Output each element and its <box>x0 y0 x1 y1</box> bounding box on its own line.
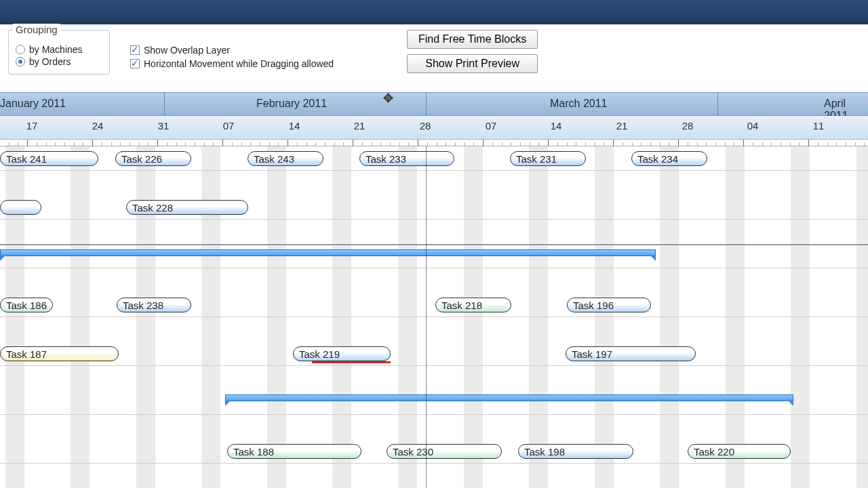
timeline-tick-row <box>0 140 868 146</box>
task-bar[interactable]: Task 243 <box>248 151 323 166</box>
radio-label: by Machines <box>29 44 83 55</box>
day-label: 21 <box>354 120 366 131</box>
title-bar <box>0 0 868 24</box>
day-label: 28 <box>420 120 431 131</box>
tick <box>613 140 614 146</box>
day-label: 28 <box>682 120 694 131</box>
day-label: 21 <box>616 120 628 131</box>
month-label: March 2011 <box>550 98 608 110</box>
day-label: 14 <box>551 120 562 131</box>
tick <box>548 140 549 146</box>
radio-by-machines[interactable]: by Machines <box>16 44 102 55</box>
timeline-day-row[interactable]: 17243107142128071421280411 <box>0 116 868 140</box>
find-free-time-button[interactable]: Find Free Time Blocks <box>407 30 538 49</box>
checkbox-show-overlap[interactable]: Show Overlap Layer <box>130 45 334 56</box>
task-bar[interactable]: Task 234 <box>631 151 707 166</box>
radio-by-orders[interactable]: by Orders <box>16 56 102 67</box>
task-bar[interactable]: Task 197 <box>566 346 696 361</box>
task-bar[interactable]: Task 228 <box>126 200 248 215</box>
conflict-marker <box>312 361 391 363</box>
task-bar[interactable] <box>0 200 41 215</box>
tick <box>222 140 223 146</box>
task-bar[interactable]: Task 226 <box>115 151 191 166</box>
task-bar[interactable]: Task 233 <box>359 151 454 166</box>
day-label: 11 <box>813 120 825 131</box>
grouping-group: Grouping by Machines by Orders <box>8 30 110 75</box>
move-cursor-icon: ✥ <box>383 91 393 106</box>
lane: Task 228 <box>0 195 868 220</box>
month-label: February 2011 <box>256 98 327 110</box>
tick <box>353 140 353 146</box>
task-bar[interactable]: Task 241 <box>0 151 98 166</box>
lane: Task 187Task 219Task 197 <box>0 342 868 366</box>
grouping-legend: Grouping <box>13 24 60 35</box>
task-bar[interactable]: Task 219 <box>293 346 391 361</box>
checkbox-label: Show Overlap Layer <box>144 45 230 56</box>
tick <box>418 140 418 146</box>
task-bar[interactable]: Task 187 <box>0 346 119 361</box>
task-bar[interactable]: Task 196 <box>567 298 651 312</box>
tick <box>288 140 288 146</box>
tick <box>157 140 158 146</box>
month-label: January 2011 <box>0 98 66 110</box>
radio-label: by Orders <box>29 56 71 67</box>
radio-icon <box>16 45 25 54</box>
lane: Task 188Task 230Task 198Task 220 <box>0 439 868 464</box>
checkbox-icon <box>130 59 140 68</box>
month-separator <box>426 93 427 115</box>
summary-bar[interactable] <box>225 394 793 401</box>
day-label: 07 <box>486 120 497 131</box>
tick <box>678 140 679 146</box>
day-label: 07 <box>223 120 235 131</box>
task-bar[interactable]: Task 230 <box>387 444 502 459</box>
task-bar[interactable]: Task 198 <box>518 444 633 459</box>
tick <box>483 140 484 146</box>
month-separator <box>164 93 165 115</box>
month-separator <box>717 93 718 115</box>
checkbox-horizontal-move[interactable]: Horizontal Movement while Dragging allow… <box>130 58 334 69</box>
summary-bar[interactable] <box>0 249 656 256</box>
lane: Task 241Task 226Task 243Task 233Task 231… <box>0 146 868 171</box>
tick <box>743 140 744 146</box>
tick <box>808 140 809 146</box>
day-label: 24 <box>92 120 104 131</box>
task-bar[interactable]: Task 220 <box>688 444 791 459</box>
checkbox-label: Horizontal Movement while Dragging allow… <box>144 58 334 69</box>
day-label: 04 <box>747 120 759 131</box>
task-bar[interactable]: Task 218 <box>435 298 511 312</box>
task-bar[interactable]: Task 238 <box>117 298 191 312</box>
radio-icon <box>16 57 25 66</box>
tick <box>92 140 93 146</box>
timeline-month-row[interactable]: January 2011February 2011March 2011April… <box>0 92 868 116</box>
task-bar[interactable]: Task 231 <box>510 151 586 166</box>
day-label: 31 <box>158 120 170 131</box>
lane <box>0 244 868 268</box>
checkbox-icon <box>130 45 140 55</box>
tick <box>27 140 28 146</box>
day-label: 14 <box>289 120 300 131</box>
lane <box>0 390 868 415</box>
day-label: 17 <box>26 120 38 131</box>
lane: Task 186Task 238Task 218Task 196 <box>0 293 868 317</box>
task-bar[interactable]: Task 188 <box>227 444 361 459</box>
gantt-area[interactable]: Task 241Task 226Task 243Task 233Task 231… <box>0 146 868 488</box>
task-bar[interactable]: Task 186 <box>0 298 53 312</box>
print-preview-button[interactable]: Show Print Preview <box>407 54 538 73</box>
today-line <box>426 146 427 488</box>
